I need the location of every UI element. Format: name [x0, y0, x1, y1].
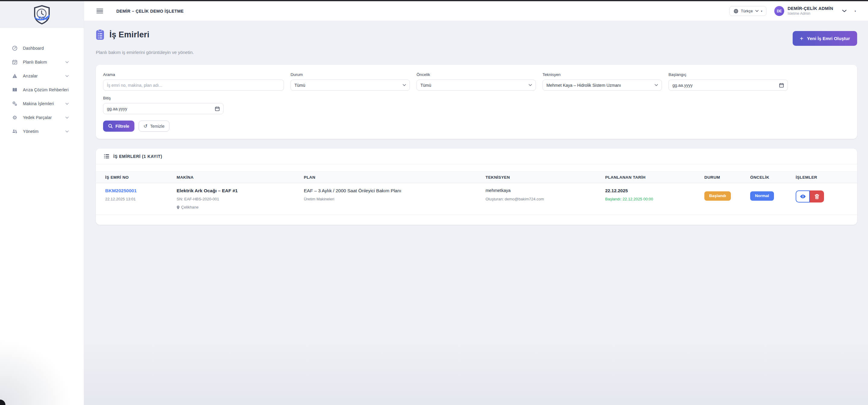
speedometer-icon — [12, 45, 18, 51]
globe-icon — [734, 9, 738, 13]
table-row: BKM20250001 22.12.2025 13:01 Elektrik Ar… — [96, 183, 857, 215]
list-icon — [104, 154, 109, 158]
caret-down-icon[interactable]: ▾ — [855, 10, 856, 13]
start-date-label: Başlangıç — [669, 72, 788, 77]
page-head: İş Emirleri + Yeni İş Emri Oluştur — [96, 29, 857, 46]
sidebar-item-label: Planlı Bakım — [23, 60, 47, 64]
book-icon — [12, 87, 18, 93]
technician-select[interactable]: Mehmet Kaya – Hidrolik Sistem Uzmanı — [542, 80, 662, 91]
app-logo-7-24-icon: 7/24 — [30, 3, 53, 26]
filter-button[interactable]: Filtrele — [103, 121, 134, 132]
company-title: DEMİR – ÇELİK DEMO İŞLETME — [116, 9, 184, 13]
sidebar-item-dashboard[interactable]: Dashboard — [0, 41, 84, 55]
sidebar-nav: Dashboard Planlı Bakım Arızalar — [0, 28, 84, 138]
eye-icon — [800, 194, 806, 198]
filter-card: Arama Durum Tümü Öncelik Tümü — [96, 65, 857, 139]
chevron-down-icon — [403, 84, 406, 86]
status-select[interactable]: Tümü — [290, 80, 410, 91]
svg-text:7/24: 7/24 — [38, 16, 48, 21]
sidebar-item-ariza-cozum-rehberleri[interactable]: Arıza Çözüm Rehberleri — [0, 83, 84, 97]
planned-date: 22.12.2025 — [605, 188, 704, 193]
calendar-icon[interactable] — [779, 83, 784, 88]
col-header-priority: ÖNCELİK — [750, 172, 796, 183]
sidebar-item-label: Dashboard — [23, 46, 44, 51]
page-subtitle: Planlı bakım iş emirlerini görüntüleyin … — [96, 50, 857, 55]
started-note: Başlandı: 22.12.2025 00:00 — [605, 197, 704, 201]
gears-icon — [12, 101, 18, 106]
col-header-actions: İŞLEMLER — [796, 172, 857, 183]
work-orders-table: İŞ EMRİ NO MAKİNA PLAN TEKNİSYEN PLANLAN… — [96, 172, 857, 215]
chevron-down-icon — [65, 103, 69, 105]
sidebar-item-label: Yedek Parçalar — [23, 115, 52, 120]
col-header-machine: MAKİNA — [177, 172, 304, 183]
end-date-label: Bitiş — [103, 96, 850, 100]
row-actions — [796, 190, 857, 202]
status-badge: Başlandı — [704, 191, 731, 201]
language-selector[interactable]: Türkçe ▾ — [730, 6, 767, 16]
table-header-row: İŞ EMRİ NO MAKİNA PLAN TEKNİSYEN PLANLAN… — [96, 172, 857, 183]
sidebar-item-label: Makina İşlemleri — [23, 101, 54, 106]
plus-icon: + — [800, 36, 804, 41]
sidebar-item-arizalar[interactable]: Arızalar — [0, 69, 84, 83]
search-input-wrap — [103, 80, 284, 91]
user-info[interactable]: DEMİR-ÇELİK ADMİN Isletme Admin — [787, 6, 833, 16]
pin-icon — [177, 206, 180, 210]
work-order-created: 22.12.2025 13:01 — [105, 197, 177, 201]
calendar-icon[interactable] — [215, 106, 220, 111]
work-orders-count-title: İŞ EMİRLERİ (1 KAYIT) — [113, 154, 162, 159]
chevron-down-icon — [65, 130, 69, 133]
chevron-down-icon[interactable] — [842, 10, 846, 12]
priority-select[interactable]: Tümü — [416, 80, 536, 91]
sidebar-item-label: Arıza Çözüm Rehberleri — [23, 87, 69, 92]
col-header-planned-date: PLANLANAN TARİH — [605, 172, 704, 183]
calendar-check-icon — [12, 59, 18, 65]
sidebar-item-yedek-parcalar[interactable]: Yedek Parçalar — [0, 111, 84, 124]
corner-decoration — [0, 400, 5, 405]
language-label: Türkçe — [741, 9, 753, 13]
chevron-down-icon — [65, 75, 69, 77]
chevron-down-icon — [65, 117, 69, 119]
sidebar-item-planli-bakim[interactable]: Planlı Bakım — [0, 55, 84, 69]
chevron-down-icon — [655, 84, 658, 86]
col-header-technician: TEKNİSYEN — [486, 172, 605, 183]
sidebar-item-makina-islemleri[interactable]: Makina İşlemleri — [0, 97, 84, 111]
sidebar-item-label: Arızalar — [23, 73, 38, 79]
avatar[interactable]: DE — [774, 6, 784, 16]
plan-name: EAF – 3 Aylık / 2000 Saat Önleyici Bakım… — [304, 188, 486, 193]
gear-icon — [12, 115, 18, 120]
work-order-no-link[interactable]: BKM20250001 — [105, 188, 177, 193]
sidebar-item-yonetim[interactable]: Yönetim — [0, 124, 84, 138]
chevron-down-icon — [755, 10, 758, 12]
technician-label: Teknisyen — [542, 72, 662, 77]
priority-label: Öncelik — [416, 72, 536, 77]
col-header-status: DURUM — [704, 172, 750, 183]
user-role: Isletme Admin — [787, 12, 833, 16]
search-input[interactable] — [107, 83, 280, 88]
creator-info: Oluşturan: demo@bakim724.com — [486, 197, 605, 201]
delete-button[interactable] — [810, 190, 824, 202]
page-title: İş Emirleri — [110, 30, 150, 39]
reset-icon: ↺ — [144, 124, 147, 129]
start-date-input[interactable]: gg.aa.yyyy — [669, 80, 788, 91]
new-work-order-button[interactable]: + Yeni İş Emri Oluştur — [793, 31, 857, 46]
view-button[interactable] — [796, 190, 810, 202]
technician-name: mehmetkaya — [486, 188, 605, 193]
machine-serial: SN: EAF-HBS-2020-001 — [177, 197, 304, 201]
users-gear-icon — [12, 129, 18, 134]
machine-name: Elektrik Ark Ocağı – EAF #1 — [177, 188, 304, 193]
header-right: Türkçe ▾ DE DEMİR-ÇELİK ADMİN Isletme Ad… — [730, 6, 868, 16]
chevron-down-icon — [529, 84, 532, 86]
work-orders-card: İŞ EMİRLERİ (1 KAYIT) İŞ EMRİ NO MAKİNA … — [96, 149, 857, 225]
col-header-plan: PLAN — [304, 172, 486, 183]
caret-down-icon: ▾ — [761, 10, 763, 13]
main-content: İş Emirleri + Yeni İş Emri Oluştur Planl… — [84, 21, 868, 405]
status-label: Durum — [290, 72, 410, 77]
sidebar-bottom-gradient — [0, 315, 84, 405]
window-top-strip — [0, 0, 868, 1]
trash-icon — [815, 194, 819, 199]
end-date-input[interactable]: gg.aa.yyyy — [103, 103, 224, 114]
plan-category: Üretim Makineleri — [304, 197, 486, 201]
search-icon — [108, 124, 113, 128]
clear-button[interactable]: ↺ Temizle — [138, 121, 169, 132]
hamburger-menu-icon[interactable] — [96, 7, 103, 15]
